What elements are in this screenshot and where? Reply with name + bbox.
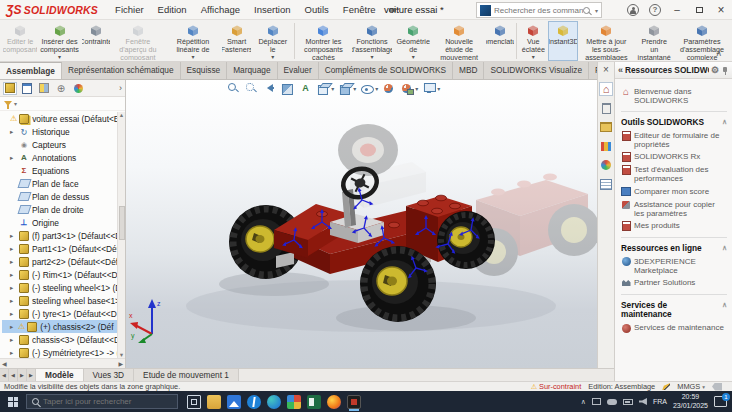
ribbon-button[interactable]: Géométrie de référe...	[393, 21, 432, 61]
tray-expand-icon[interactable]	[581, 398, 586, 406]
section-collapse-icon[interactable]	[722, 301, 727, 309]
ribbon-button[interactable]	[516, 23, 517, 59]
battery-icon[interactable]	[623, 399, 633, 405]
restore-button[interactable]	[688, 0, 710, 19]
ribbon-button[interactable]: Nouvelle étude de mouvement	[433, 21, 485, 61]
minimize-button[interactable]	[666, 0, 688, 19]
edge-icon[interactable]	[267, 395, 281, 409]
solidworks-installer-icon[interactable]	[287, 395, 301, 409]
units-selector[interactable]: MMGS	[677, 382, 705, 391]
ribbon-button[interactable]: Prendre un instantané	[634, 21, 674, 61]
bluetooth-icon[interactable]	[247, 395, 261, 409]
task-pane-entry[interactable]	[621, 237, 727, 238]
hud-button[interactable]	[359, 82, 379, 95]
start-button[interactable]	[0, 391, 26, 412]
tree-item[interactable]: part2<2> (Défaut<<Déf	[2, 255, 117, 268]
task-pane-entry[interactable]: Services de maintenance	[621, 301, 727, 320]
tree-item[interactable]: (-) Symétrietyre<1> -> (	[2, 346, 117, 358]
tree-item[interactable]: (-) Rim<1> (Défaut<<D	[2, 268, 117, 281]
section-collapse-icon[interactable]	[722, 118, 727, 126]
tree-expand-icon[interactable]	[10, 297, 18, 305]
tree-item[interactable]: chassis<3> (Défaut<<D	[2, 333, 117, 346]
next-tab-icon[interactable]	[18, 369, 27, 381]
task-pane-entry[interactable]: Assistance pour copier les paramètres	[621, 200, 727, 218]
photos-icon[interactable]	[227, 395, 241, 409]
ribbon-button[interactable]: Insérer des composants	[38, 21, 81, 61]
menu-item[interactable]: Outils	[298, 0, 336, 20]
tree-expand-icon[interactable]	[10, 284, 18, 292]
hud-button[interactable]	[337, 82, 357, 95]
scroll-up-icon[interactable]: ▲	[119, 112, 124, 118]
custom-properties-tab-icon[interactable]	[599, 177, 613, 191]
tree-expand-icon[interactable]	[10, 258, 18, 266]
panel-expand-icon[interactable]	[119, 83, 122, 93]
display-tray-icon[interactable]	[592, 398, 601, 405]
scrollbar-thumb[interactable]	[119, 206, 125, 240]
view-palette-tab-icon[interactable]	[599, 139, 613, 153]
command-tab[interactable]: Evaluer	[278, 62, 319, 79]
tree-expand-icon[interactable]	[10, 310, 18, 318]
tree-item[interactable]: Annotations	[2, 151, 117, 164]
tree-item[interactable]: Plan de dessus	[2, 190, 117, 203]
hud-button[interactable]	[381, 82, 397, 95]
design-library-tab-icon[interactable]	[599, 101, 613, 115]
command-tab[interactable]: SOLIDWORKS Visualize	[484, 62, 589, 79]
ribbon-button[interactable]: Mettre à jour les sous-assemblages Speed…	[578, 21, 634, 61]
tree-expand-icon[interactable]	[10, 128, 18, 136]
ribbon-button[interactable]: Vue éclatée	[518, 21, 548, 61]
scroll-right-icon[interactable]: ▶	[118, 360, 123, 367]
scroll-left-icon[interactable]: ◀	[2, 360, 7, 367]
solidworks-resources-tab-icon[interactable]	[599, 82, 613, 96]
taskbar-search-input[interactable]	[43, 397, 172, 406]
hud-button[interactable]	[225, 82, 241, 95]
hud-button[interactable]	[243, 82, 259, 95]
task-pane-entry[interactable]: Test d'évaluation des performances	[621, 165, 727, 183]
close-button[interactable]	[710, 0, 732, 19]
help-icon[interactable]: ?	[649, 4, 661, 16]
tree-item[interactable]: (+) chassis<2> (Déf	[2, 320, 117, 333]
tree-expand-icon[interactable]	[10, 336, 18, 344]
ribbon-button[interactable]: Fonctions d'assemblage	[351, 21, 394, 61]
model-tab[interactable]: Etude de mouvement 1	[134, 369, 239, 381]
pin-icon[interactable]	[721, 66, 729, 75]
volume-icon[interactable]	[639, 398, 647, 405]
tree-item[interactable]: Equations	[2, 164, 117, 177]
ribbon-button[interactable]: Contrainte	[81, 21, 111, 61]
search-icon[interactable]	[583, 7, 590, 14]
hud-button[interactable]	[399, 82, 419, 95]
firefox-icon[interactable]	[327, 395, 341, 409]
command-tab[interactable]: MBD	[453, 62, 484, 79]
search-dropdown-icon[interactable]: ▾	[595, 7, 598, 14]
ribbon-button[interactable]: Fenêtre d'aperçu du composant	[111, 21, 165, 61]
tree-item[interactable]: (f) part3<1> (Défaut<<D	[2, 229, 117, 242]
task-pane-entry[interactable]	[621, 294, 727, 295]
tree-expand-icon[interactable]	[10, 271, 18, 279]
ribbon-button[interactable]: Smart Fasteners	[221, 21, 252, 61]
hud-button[interactable]	[279, 82, 295, 95]
menu-item[interactable]: Insertion	[247, 0, 297, 20]
tree-expand-icon[interactable]	[10, 349, 18, 357]
command-tab[interactable]: Assemblage	[0, 62, 62, 79]
menu-item[interactable]: Edition	[151, 0, 194, 20]
onedrive-cloud-icon[interactable]	[607, 399, 617, 405]
tree-item[interactable]: Plan de droite	[2, 203, 117, 216]
task-pane-entry[interactable]: Partner Solutions	[621, 278, 727, 288]
section-collapse-icon[interactable]	[722, 244, 727, 252]
scroll-down-icon[interactable]: ▼	[119, 352, 124, 358]
configurationmanager-tab-icon[interactable]	[37, 82, 51, 95]
solidworks-icon[interactable]	[347, 395, 361, 409]
task-pane-entry[interactable]: 3DEXPERIENCE Marketplace	[621, 257, 727, 275]
task-pane-entry[interactable]: Ressources en ligne	[621, 244, 727, 254]
task-pane-entry[interactable]: Bienvenue dans SOLIDWORKS	[621, 87, 727, 105]
menu-item[interactable]: Fenêtre	[336, 0, 383, 20]
previous-tab-icon[interactable]	[9, 369, 18, 381]
last-tab-icon[interactable]	[27, 369, 36, 381]
clock[interactable]: 20:59 23/01/2025	[673, 393, 708, 411]
menu-item[interactable]: Affichage	[194, 0, 247, 20]
filter-icon[interactable]	[4, 101, 12, 106]
tag-icon[interactable]	[712, 383, 722, 391]
tree-vertical-scrollbar[interactable]: ▲ ▼	[117, 112, 125, 358]
notification-center-icon[interactable]: 1	[714, 396, 727, 407]
displaymanager-tab-icon[interactable]	[71, 82, 85, 95]
model-tab[interactable]: Vues 3D	[84, 369, 135, 381]
